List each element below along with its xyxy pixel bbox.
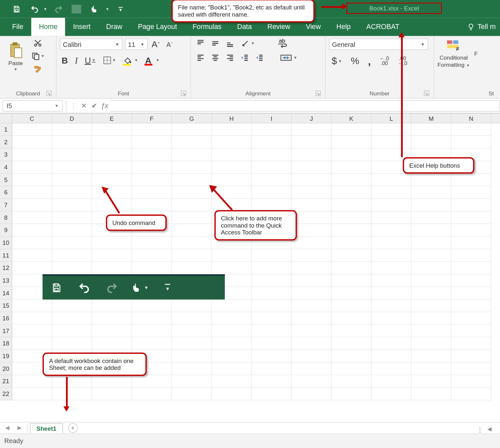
cell[interactable] xyxy=(172,174,212,186)
cell[interactable] xyxy=(332,325,372,337)
cell[interactable] xyxy=(92,300,132,312)
cell[interactable] xyxy=(12,300,52,312)
cell[interactable] xyxy=(371,325,411,337)
cell[interactable] xyxy=(212,136,252,148)
cell[interactable] xyxy=(212,350,252,363)
formula-input[interactable] xyxy=(110,100,500,111)
cell[interactable] xyxy=(252,123,292,136)
row-header[interactable]: 1 xyxy=(0,123,12,136)
cell[interactable] xyxy=(371,287,411,300)
cell[interactable] xyxy=(12,186,52,199)
percent-button[interactable]: % xyxy=(351,56,359,67)
cell[interactable] xyxy=(332,123,372,136)
cell[interactable] xyxy=(132,161,172,174)
row-header[interactable]: 3 xyxy=(0,148,12,161)
cell[interactable] xyxy=(371,211,411,224)
cell[interactable] xyxy=(411,375,451,388)
cell[interactable] xyxy=(212,249,252,262)
cell[interactable] xyxy=(371,136,411,148)
cell[interactable] xyxy=(92,262,132,274)
cell[interactable] xyxy=(292,312,332,325)
cell[interactable] xyxy=(52,174,92,186)
cell[interactable] xyxy=(212,375,252,388)
cell[interactable] xyxy=(332,136,372,148)
cell[interactable] xyxy=(52,199,92,212)
increase-decimal-button[interactable]: ←.0.00 xyxy=(380,56,389,66)
cell[interactable] xyxy=(172,388,212,400)
cell[interactable] xyxy=(52,123,92,136)
align-bottom-icon[interactable] xyxy=(226,39,234,48)
col-header[interactable]: N xyxy=(451,114,492,123)
row-header[interactable]: 2 xyxy=(0,136,12,148)
cell[interactable] xyxy=(292,174,332,186)
cell[interactable] xyxy=(92,325,132,337)
cell[interactable] xyxy=(371,186,411,199)
fx-button[interactable]: ƒx xyxy=(99,100,110,111)
cell[interactable] xyxy=(252,350,292,363)
tab-insert[interactable]: Insert xyxy=(65,18,98,36)
cell[interactable] xyxy=(252,199,292,212)
wrap-text-button[interactable]: ab xyxy=(277,39,287,48)
cell[interactable] xyxy=(132,300,172,312)
col-header[interactable]: L xyxy=(371,114,411,123)
cell[interactable] xyxy=(411,224,451,237)
cell[interactable] xyxy=(411,199,451,212)
cut-icon[interactable] xyxy=(31,39,45,48)
tab-draw[interactable]: Draw xyxy=(98,18,130,36)
cell[interactable] xyxy=(332,262,372,274)
cell[interactable] xyxy=(332,211,372,224)
cell[interactable] xyxy=(411,136,451,148)
customize-qat-button[interactable]: ▼ xyxy=(114,2,128,16)
cell[interactable] xyxy=(292,237,332,249)
row-header[interactable]: 22 xyxy=(0,388,12,400)
indent-dec-icon[interactable] xyxy=(241,53,249,62)
cell[interactable] xyxy=(52,325,92,337)
cell[interactable] xyxy=(371,375,411,388)
cell[interactable] xyxy=(371,199,411,212)
cell[interactable] xyxy=(172,211,212,224)
cell[interactable] xyxy=(411,174,451,186)
cell[interactable] xyxy=(172,375,212,388)
align-center-icon[interactable] xyxy=(211,53,220,62)
cell[interactable] xyxy=(92,375,132,388)
row-header[interactable]: 20 xyxy=(0,362,12,375)
cell[interactable] xyxy=(371,388,411,400)
cell[interactable] xyxy=(92,337,132,350)
row-header[interactable]: 4 xyxy=(0,161,12,174)
cell[interactable] xyxy=(451,123,492,136)
col-header[interactable]: H xyxy=(212,114,252,123)
cell[interactable] xyxy=(12,375,52,388)
cell[interactable] xyxy=(92,312,132,325)
cell[interactable] xyxy=(252,262,292,274)
cell[interactable] xyxy=(451,287,492,300)
cell[interactable] xyxy=(411,123,451,136)
row-header[interactable]: 5 xyxy=(0,174,12,186)
cell[interactable] xyxy=(411,186,451,199)
cell[interactable] xyxy=(52,375,92,388)
cell[interactable] xyxy=(172,325,212,337)
row-header[interactable]: 10 xyxy=(0,237,12,249)
undo-button[interactable] xyxy=(28,2,42,16)
cell[interactable] xyxy=(411,211,451,224)
row-header[interactable]: 11 xyxy=(0,249,12,262)
merge-center-button[interactable]: ▼ xyxy=(280,53,297,62)
cell[interactable] xyxy=(132,249,172,262)
cell[interactable] xyxy=(451,362,492,375)
cell[interactable] xyxy=(292,337,332,350)
cell[interactable] xyxy=(92,123,132,136)
cell[interactable] xyxy=(252,388,292,400)
cell[interactable] xyxy=(12,161,52,174)
cell[interactable] xyxy=(451,224,492,237)
cell[interactable] xyxy=(172,123,212,136)
cell[interactable] xyxy=(52,262,92,274)
cell[interactable] xyxy=(172,249,212,262)
cell[interactable] xyxy=(451,274,492,287)
cell[interactable] xyxy=(292,388,332,400)
cell[interactable] xyxy=(132,123,172,136)
cell[interactable] xyxy=(451,388,492,400)
cell[interactable] xyxy=(252,174,292,186)
indent-inc-icon[interactable] xyxy=(255,53,264,62)
cell[interactable] xyxy=(371,337,411,350)
cell[interactable] xyxy=(451,337,492,350)
cell[interactable] xyxy=(92,161,132,174)
